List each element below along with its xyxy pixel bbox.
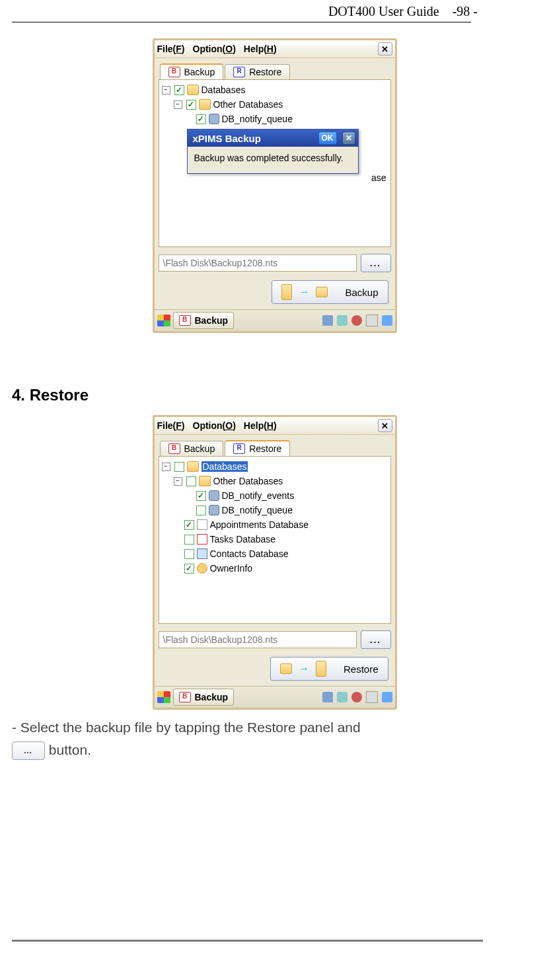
close-icon[interactable]: ✕: [378, 42, 392, 56]
backup-tab-icon: B: [168, 443, 180, 454]
backup-icon: B: [179, 315, 191, 326]
database-icon: [209, 490, 219, 501]
tray-windows-icon[interactable]: [382, 692, 392, 702]
checkbox[interactable]: [184, 535, 194, 545]
browse-button-inline: …: [12, 741, 45, 760]
tray-icon[interactable]: [322, 315, 333, 326]
folder-icon: [187, 85, 199, 95]
backup-button[interactable]: → Backup: [272, 280, 388, 304]
expander-icon[interactable]: −: [162, 86, 170, 94]
device-icon: [316, 661, 326, 677]
tray-volume-icon[interactable]: [337, 315, 348, 326]
popup-message: Backup was completed successfully.: [188, 147, 358, 173]
tree-root[interactable]: − Databases: [162, 83, 388, 97]
checkbox[interactable]: [174, 462, 184, 472]
tree-sub[interactable]: − Other Databases: [162, 97, 388, 112]
folder-icon: [187, 461, 199, 472]
taskbar: BBackup: [155, 309, 395, 331]
tree-sub[interactable]: − Other Databases: [162, 474, 388, 488]
tree-item[interactable]: DB_notify_events: [162, 488, 388, 503]
browse-button[interactable]: ...: [361, 254, 391, 272]
browse-button[interactable]: ...: [361, 630, 391, 649]
popup-ok-button[interactable]: OK: [318, 132, 337, 145]
tree-root[interactable]: − Databases: [162, 459, 388, 474]
taskbar-app-button[interactable]: BBackup: [173, 689, 235, 706]
tree-item[interactable]: Tasks Database: [162, 532, 388, 547]
tray-windows-icon[interactable]: [382, 315, 392, 326]
tray-icon[interactable]: [322, 692, 333, 702]
expander-icon[interactable]: −: [162, 463, 170, 471]
database-icon: [209, 505, 219, 515]
tree-label: Databases: [201, 85, 246, 95]
database-icon: [209, 114, 219, 124]
popup-close-icon[interactable]: ✕: [342, 132, 355, 145]
tree-label: DB_notify_events: [222, 490, 295, 501]
checkbox[interactable]: [186, 476, 196, 486]
action-label: Restore: [344, 663, 379, 675]
menu-help[interactable]: Help(H): [244, 420, 277, 431]
tab-restore[interactable]: RRestore: [225, 440, 290, 457]
path-row: \Flash Disk\Backup1208.nts ...: [159, 254, 391, 272]
tree-item[interactable]: Appointments Database: [162, 517, 388, 532]
system-tray: [322, 315, 392, 326]
checkbox[interactable]: [174, 85, 184, 95]
tree-label: Contacts Database: [210, 548, 289, 559]
tasks-icon: [197, 534, 207, 545]
arrow-icon: →: [299, 286, 309, 298]
tray-volume-icon[interactable]: [337, 692, 348, 702]
partial-text: ase: [371, 172, 386, 183]
path-input[interactable]: \Flash Disk\Backup1208.nts: [159, 631, 357, 648]
folder-icon: [199, 476, 211, 486]
start-icon[interactable]: [157, 691, 170, 703]
taskbar-app-button[interactable]: BBackup: [173, 312, 235, 329]
tree-item[interactable]: DB_notify_queue: [162, 503, 388, 517]
page-number: -98 -: [453, 4, 478, 19]
folder-icon: [316, 287, 328, 297]
tree-pane: − Databases − Other Databases DB_notify_…: [159, 79, 391, 247]
tab-restore[interactable]: RRestore: [225, 64, 290, 79]
tab-backup[interactable]: BBackup: [160, 63, 224, 80]
tray-icon[interactable]: [351, 315, 362, 326]
menubar: File(F) Option(O) Help(H) ✕: [155, 417, 395, 435]
start-icon[interactable]: [157, 315, 170, 326]
tab-backup[interactable]: BBackup: [160, 441, 224, 456]
contacts-icon: [197, 548, 207, 559]
tray-keyboard-icon[interactable]: [366, 315, 378, 326]
path-input[interactable]: \Flash Disk\Backup1208.nts: [159, 254, 357, 272]
arrow-icon: →: [299, 663, 309, 675]
section-heading: 4. Restore: [12, 386, 537, 404]
menu-option[interactable]: Option(O): [193, 44, 236, 54]
instruction-line-2: button.: [45, 742, 91, 757]
calendar-icon: [197, 519, 207, 530]
expander-icon[interactable]: −: [174, 100, 182, 109]
menu-option[interactable]: Option(O): [193, 420, 236, 431]
tree-item[interactable]: OwnerInfo: [162, 561, 388, 576]
checkbox[interactable]: [184, 520, 194, 530]
tree-label: Other Databases: [213, 476, 283, 486]
popup-title-text: xPIMS Backup: [193, 133, 261, 144]
checkbox[interactable]: [186, 100, 196, 110]
checkbox[interactable]: [184, 549, 194, 559]
menu-help[interactable]: Help(H): [244, 44, 277, 54]
menu-file[interactable]: File(F): [157, 44, 185, 54]
tree-item[interactable]: DB_notify_queue: [162, 112, 388, 126]
expander-icon[interactable]: −: [174, 477, 182, 486]
tray-icon[interactable]: [351, 692, 362, 702]
backup-icon: B: [179, 692, 191, 702]
checkbox[interactable]: [196, 114, 206, 124]
tree-item[interactable]: Contacts Database: [162, 547, 388, 561]
checkbox[interactable]: [184, 564, 194, 574]
tabbar: BBackup RRestore: [155, 435, 395, 456]
restore-button[interactable]: → Restore: [270, 657, 388, 681]
tabbar: BBackup RRestore: [155, 58, 395, 79]
close-icon[interactable]: ✕: [378, 419, 392, 432]
checkbox[interactable]: [196, 506, 206, 515]
action-label: Backup: [345, 287, 378, 298]
restore-tab-icon: R: [233, 443, 245, 454]
instruction-line-1: - Select the backup file by tapping the …: [12, 720, 361, 735]
tray-keyboard-icon[interactable]: [366, 691, 378, 703]
checkbox[interactable]: [196, 491, 206, 501]
tree-label: Other Databases: [213, 99, 283, 110]
popup-titlebar: xPIMS Backup OK ✕: [188, 130, 358, 147]
menu-file[interactable]: File(F): [157, 420, 185, 431]
